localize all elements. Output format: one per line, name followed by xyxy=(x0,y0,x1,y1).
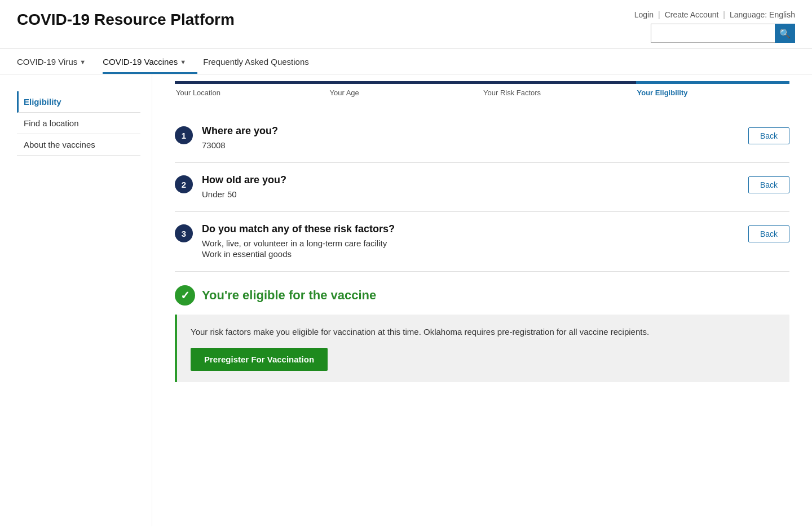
progress-step-eligibility: Your Eligibility xyxy=(636,74,790,97)
back-button-3[interactable]: Back xyxy=(748,225,789,242)
eligibility-title: You're eligible for the vaccine xyxy=(202,288,376,303)
search-input[interactable] xyxy=(651,24,775,43)
divider: | xyxy=(658,10,660,19)
question-block-2: 2 How old are you? Under 50 Back xyxy=(175,163,789,212)
nav-label-faq: Frequently Asked Questions xyxy=(203,57,309,67)
nav-item-faq[interactable]: Frequently Asked Questions xyxy=(203,49,320,74)
header-right: Login | Create Account | Language: Engli… xyxy=(634,10,795,43)
progress-step-risk: Your Risk Factors xyxy=(482,74,636,97)
language-link[interactable]: Language: English xyxy=(730,10,795,19)
question-title-2: How old are you? xyxy=(202,174,739,186)
question-content-2: How old are you? Under 50 xyxy=(202,174,739,200)
sidebar-item-eligibility[interactable]: Eligibility xyxy=(17,91,140,113)
question-title-3: Do you match any of these risk factors? xyxy=(202,223,739,235)
progress-steps: Your Location Your Age Your Risk Factors… xyxy=(175,74,789,97)
question-block-3: 3 Do you match any of these risk factors… xyxy=(175,212,789,272)
question-number-3: 3 xyxy=(175,224,193,242)
eligibility-result: ✓ You're eligible for the vaccine Your r… xyxy=(175,272,789,382)
search-button[interactable]: 🔍 xyxy=(775,24,795,43)
nav-label-covid-vaccines: COVID-19 Vaccines xyxy=(103,57,178,67)
nav-item-covid-vaccines[interactable]: COVID-19 Vaccines ▼ xyxy=(103,49,197,74)
progress-step-location: Your Location xyxy=(175,74,329,97)
create-account-link[interactable]: Create Account xyxy=(665,10,719,19)
back-button-1[interactable]: Back xyxy=(748,127,789,144)
question-answer-1: 73008 xyxy=(202,140,739,150)
eligibility-box: Your risk factors make you eligible for … xyxy=(175,315,789,382)
preregister-button[interactable]: Preregister For Vaccination xyxy=(191,348,328,371)
nav-item-covid-virus[interactable]: COVID-19 Virus ▼ xyxy=(17,49,97,74)
question-answer-2: Under 50 xyxy=(202,189,739,199)
search-icon: 🔍 xyxy=(779,28,791,39)
progress-label-age: Your Age xyxy=(329,88,359,97)
progress-label-location: Your Location xyxy=(175,88,220,97)
sidebar: Eligibility Find a location About the va… xyxy=(0,74,152,526)
progress-bar-risk xyxy=(482,81,636,84)
sidebar-item-find-location[interactable]: Find a location xyxy=(17,113,140,134)
eligibility-header: ✓ You're eligible for the vaccine xyxy=(175,285,789,306)
header: COVID-19 Resource Platform Login | Creat… xyxy=(0,0,812,49)
sidebar-item-about-vaccines[interactable]: About the vaccines xyxy=(17,134,140,156)
progress-label-eligibility: Your Eligibility xyxy=(636,88,688,97)
nav-label-covid-virus: COVID-19 Virus xyxy=(17,57,77,67)
progress-bar-location xyxy=(175,81,329,84)
question-answer-3a: Work, live, or volunteer in a long-term … xyxy=(202,238,739,248)
chevron-down-icon: ▼ xyxy=(80,59,86,65)
question-answer-3b: Work in essential goods xyxy=(202,249,739,259)
search-bar: 🔍 xyxy=(651,24,795,43)
check-circle-icon: ✓ xyxy=(175,285,195,306)
page-layout: Eligibility Find a location About the va… xyxy=(0,74,812,526)
question-content-3: Do you match any of these risk factors? … xyxy=(202,223,739,260)
main-content: Your Location Your Age Your Risk Factors… xyxy=(152,74,812,526)
progress-bar-eligibility xyxy=(636,81,790,84)
question-number-1: 1 xyxy=(175,126,193,144)
question-block-1: 1 Where are you? 73008 Back xyxy=(175,114,789,163)
progress-step-age: Your Age xyxy=(329,74,483,97)
progress-bar-age xyxy=(329,81,483,84)
main-nav: COVID-19 Virus ▼ COVID-19 Vaccines ▼ Fre… xyxy=(0,49,812,74)
divider2: | xyxy=(723,10,725,19)
header-links: Login | Create Account | Language: Engli… xyxy=(634,10,795,19)
site-title: COVID-19 Resource Platform xyxy=(17,10,235,29)
question-number-2: 2 xyxy=(175,175,193,193)
chevron-down-icon-2: ▼ xyxy=(180,59,186,65)
progress-label-risk: Your Risk Factors xyxy=(482,88,541,97)
login-link[interactable]: Login xyxy=(634,10,654,19)
question-content-1: Where are you? 73008 xyxy=(202,125,739,151)
question-title-1: Where are you? xyxy=(202,125,739,137)
eligibility-description: Your risk factors make you eligible for … xyxy=(191,326,776,339)
back-button-2[interactable]: Back xyxy=(748,176,789,193)
